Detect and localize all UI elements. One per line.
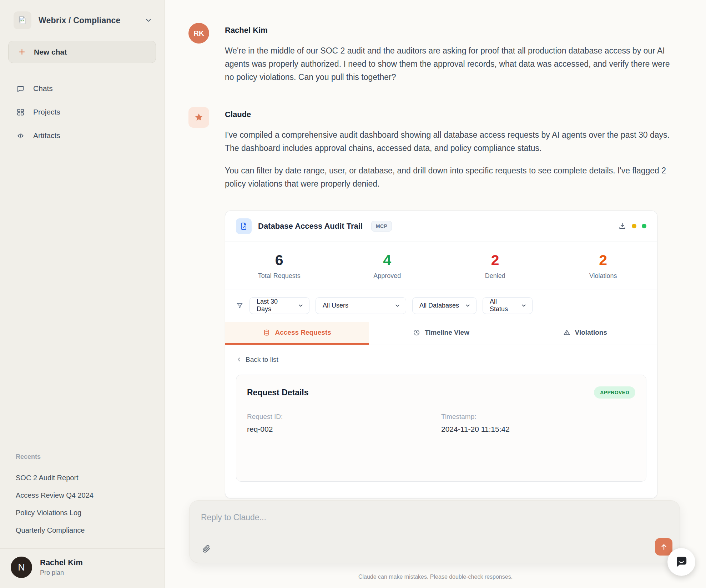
chevron-down-icon [298,303,304,309]
field-label: Request ID: [247,413,441,421]
artifact-header: Database Access Audit Trail MCP [225,211,657,242]
clock-icon [413,329,420,336]
sidebar-item-label: Chats [33,84,53,93]
avatar: RK [188,23,209,44]
tab-access-requests[interactable]: Access Requests [225,322,369,345]
request-details-card: Request Details APPROVED Request ID: req… [236,375,646,482]
recent-chat-item[interactable]: Quarterly Compliance [9,522,156,539]
message-list: RK Rachel Kim We're in the middle of our… [165,0,706,498]
arrow-up-icon [660,543,668,551]
recent-chat-item[interactable]: SOC 2 Audit Report [9,469,156,487]
tab-timeline-view[interactable]: Timeline View [369,322,513,345]
chevron-down-icon [521,303,527,309]
disclaimer-text: Claude can make mistakes. Please double-… [165,574,706,580]
tab-label: Timeline View [425,329,469,336]
chevron-down-icon [465,303,471,309]
field-value: req-002 [247,425,441,434]
message-body: We're in the middle of our SOC 2 audit a… [225,44,674,83]
user-name: Rachel Kim [40,558,83,567]
assistant-message: Claude I've compiled a comprehensive aud… [188,107,674,498]
detail-fields: Request ID: req-002 Timestamp: 2024-11-2… [247,413,635,434]
user-plan: Pro plan [40,569,83,577]
claude-avatar [188,107,209,128]
user-message: RK Rachel Kim We're in the middle of our… [188,23,674,83]
stat-label: Approved [333,272,442,280]
green-status-dot [642,224,646,228]
sidebar-nav: Chats Projects Artifacts [0,80,165,145]
chat-main: RK Rachel Kim We're in the middle of our… [165,0,706,588]
tab-label: Access Requests [275,329,331,336]
detail-title: Request Details [247,388,309,397]
avatar: N [11,557,32,578]
stat-value: 6 [225,252,333,269]
attach-file-button[interactable] [199,541,214,556]
date-range-select[interactable]: Last 30 Days [249,297,309,314]
chat-bubble-icon [16,85,25,93]
sidebar: Webrix / Compliance New chat Chats Proje… [0,0,165,588]
sidebar-item-label: Artifacts [33,131,60,140]
messenger-icon [674,555,689,569]
message-body: I've compiled a comprehensive audit dash… [225,128,674,190]
workspace-logo [14,11,31,29]
stat-approved: 4 Approved [333,252,442,280]
new-chat-button[interactable]: New chat [8,41,156,63]
stat-label: Violations [549,272,657,280]
field-label: Timestamp: [441,413,635,421]
sidebar-item-chats[interactable]: Chats [9,80,156,97]
stat-value: 4 [333,252,442,269]
workspace-switcher[interactable]: Webrix / Compliance [0,0,165,32]
artifact-title: Database Access Audit Trail [258,222,363,231]
stat-total-requests: 6 Total Requests [225,252,333,280]
recents-heading: Recents [9,453,156,461]
download-icon[interactable] [618,222,626,230]
artifact-actions [618,222,646,230]
grid-icon [16,108,25,116]
send-button[interactable] [655,538,672,556]
database-icon [263,329,270,336]
star-icon [194,112,204,122]
stat-label: Denied [441,272,549,280]
tab-label: Violations [575,329,607,336]
status-badge: APPROVED [594,386,635,399]
workspace-name: Webrix / Compliance [39,16,137,25]
mcp-badge: MCP [371,221,392,232]
plus-icon [18,48,26,56]
user-select[interactable]: All Users [316,297,406,314]
status-select[interactable]: All Status [483,297,533,314]
composer [189,500,680,563]
back-label: Back to list [246,356,278,364]
select-value: Last 30 Days [257,298,293,313]
field-value: 2024-11-20 11:15:42 [441,425,635,434]
message-paragraph: You can filter by date range, user, or d… [225,164,674,191]
message-author: Rachel Kim [225,23,674,35]
sidebar-item-projects[interactable]: Projects [9,103,156,121]
select-value: All Databases [419,302,459,309]
tab-violations[interactable]: Violations [513,322,657,345]
new-chat-label: New chat [34,48,67,56]
select-value: All Status [490,298,516,313]
filter-icon [236,302,243,309]
sidebar-item-label: Projects [33,108,60,116]
recent-chat-item[interactable]: Access Review Q4 2024 [9,487,156,504]
recents-section: Recents SOC 2 Audit Report Access Review… [0,453,165,548]
code-icon [16,132,25,140]
support-chat-launcher[interactable] [667,548,695,576]
database-select[interactable]: All Databases [412,297,476,314]
artifact-body: Back to list Request Details APPROVED Re… [225,345,657,498]
chevron-left-icon [236,356,242,363]
stat-violations: 2 Violations [549,252,657,280]
stat-denied: 2 Denied [441,252,549,280]
stats-row: 6 Total Requests 4 Approved 2 Denied 2 [225,242,657,289]
message-author: Claude [225,107,674,119]
artifact-tabs: Access Requests Timeline View [225,322,657,345]
sidebar-item-artifacts[interactable]: Artifacts [9,127,156,145]
reply-input[interactable] [190,501,680,563]
recent-chat-item[interactable]: Policy Violations Log [9,504,156,522]
stat-value: 2 [441,252,549,269]
paperclip-icon [202,544,211,553]
message-paragraph: We're in the middle of our SOC 2 audit a… [225,44,674,83]
user-profile-button[interactable]: N Rachel Kim Pro plan [0,548,165,588]
yellow-status-dot [632,224,636,228]
select-value: All Users [323,302,348,309]
back-to-list-link[interactable]: Back to list [236,356,278,364]
